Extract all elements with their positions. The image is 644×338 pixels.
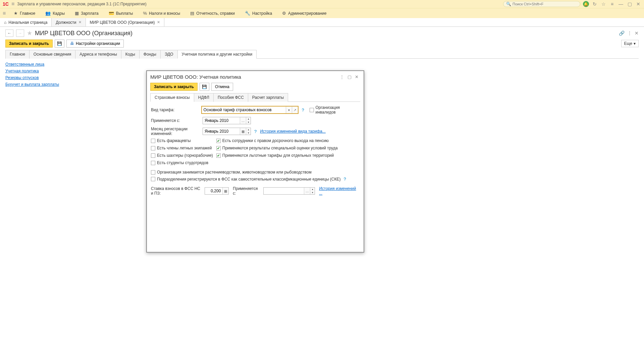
reg-month-input-group: ▦ ▴▾ [203,128,251,135]
close-icon[interactable]: ✕ [635,1,641,7]
save-and-close-button[interactable]: Записать и закрыть [5,40,53,48]
page-toolbar: Записать и закрыть 💾 🖶Настройки организа… [5,40,639,48]
page-subtabs: Главное Основные сведения Адреса и телеф… [5,50,639,59]
global-search[interactable]: 🔍 [503,1,580,7]
calculator-icon[interactable]: ▦ [222,188,228,194]
reg-month-input[interactable] [203,128,240,135]
favorite-icon[interactable]: ☆ [600,1,606,7]
open-icon[interactable]: ↗ [292,107,298,113]
tariff-select[interactable]: ▾ ↗ [201,106,299,114]
subtab-codes[interactable]: Коды [121,50,140,59]
tariff-input[interactable] [202,107,286,113]
close-tab-icon[interactable]: ✕ [157,20,160,24]
dialog-close-icon[interactable]: ✕ [353,74,360,80]
chk-miners[interactable] [151,153,155,158]
org-invalid-checkbox[interactable] [310,108,314,112]
applies-from-input-group: … ▴▾ [203,117,251,124]
help-icon[interactable]: ? [253,129,258,134]
tariff-label: Вид тарифа: [151,108,199,112]
forward-button[interactable]: → [16,29,24,37]
fss-history-link[interactable]: История изменений ... [319,186,360,196]
help-icon[interactable]: ? [342,177,347,182]
favorite-star-icon[interactable]: ★ [27,29,32,37]
dialog-kebab-icon[interactable]: ⋮ [338,74,346,80]
month-spinner[interactable]: ▴▾ [310,188,315,194]
main-menu-icon[interactable]: ≡ [11,1,14,7]
more-button[interactable]: Еще▾ [621,40,639,47]
chk-special[interactable]: ✔ [216,146,221,150]
dialog-title: МИР ЦВЕТОВ ООО: Учетная политика [150,74,338,80]
tab-organization[interactable]: МИР ЦВЕТОВ ООО (Организация)✕ [86,18,164,26]
back-button[interactable]: ← [5,29,13,37]
dialog-tabs: Страховые взносы НДФЛ Пособия ФСС Расчет… [150,93,360,102]
link-vacation-reserves[interactable]: Резервы отпусков [5,75,39,80]
save-button[interactable]: 💾 [55,40,64,48]
fss-rate-input[interactable] [205,188,222,194]
chk-pension[interactable]: ✔ [216,139,221,143]
tariff-history-link[interactable]: История изменений вида тарифа... [260,129,326,134]
chk-territory[interactable]: ✔ [216,153,221,158]
link-accounting-policy[interactable]: Учетная политика [5,69,39,73]
nav-admin[interactable]: ⚙Администрирование [280,9,328,17]
dropdown-icon[interactable]: ▾ [286,107,292,113]
maximize-icon[interactable]: ▢ [627,1,633,7]
history-icon[interactable]: ↻ [592,1,598,7]
calendar-icon[interactable]: ▦ [240,128,246,135]
close-page-icon[interactable]: ✕ [635,30,639,36]
search-input[interactable] [513,2,577,6]
dialog-maximize-icon[interactable]: ▢ [346,74,353,80]
link-accounting-payment[interactable]: Бухучет и выплата зарплаты [5,82,59,87]
fss-rate-label: Ставка взносов в ФСС НС и ПЗ: [151,186,203,196]
nav-reports[interactable]: ▤Отчетность, справки [188,9,237,17]
month-spinner[interactable]: ▴▾ [246,128,251,135]
month-spinner[interactable]: ▴▾ [246,117,251,124]
kebab-icon[interactable]: ⋮ [627,30,632,36]
applies-from-input[interactable] [203,117,240,124]
subtab-general[interactable]: Основные сведения [29,50,75,59]
org-invalid-label: Организация инвалидов [316,105,360,115]
dialog-cancel-button[interactable]: Отмена [211,83,233,91]
link-responsible[interactable]: Ответственные лица [5,62,44,67]
nav-payments[interactable]: 💳Выплаты [107,9,135,17]
subtab-main[interactable]: Главное [5,50,30,59]
dtab-fss[interactable]: Пособия ФСС [213,93,248,102]
people-icon: 👥 [45,11,51,16]
chk-flight[interactable] [151,146,155,150]
notifications-icon[interactable]: 🔔 [583,1,589,7]
settings-icon[interactable]: ≡ [609,1,615,7]
fss-applies-input[interactable] [264,188,304,194]
nav-salary[interactable]: ▦Зарплата [73,9,101,17]
main-nav: ≡ ★Главное 👥Кадры ▦Зарплата 💳Выплаты %На… [0,8,644,18]
subtab-funds[interactable]: Фонды [139,50,161,59]
minimize-icon[interactable]: — [618,1,624,7]
dialog-save-close-button[interactable]: Записать и закрыть [150,83,198,91]
dtab-ndfl[interactable]: НДФЛ [194,93,214,102]
subtab-addresses[interactable]: Адреса и телефоны [75,50,121,59]
star-icon: ★ [14,11,18,16]
ellipsis-icon[interactable]: … [304,188,310,194]
subtab-edo[interactable]: ЭДО [160,50,178,59]
dialog-save-button[interactable]: 💾 [200,83,209,91]
help-icon[interactable]: ? [301,108,306,113]
fss-applies-label: Применяется с: [233,186,261,196]
dialog-body: Вид тарифа: ▾ ↗ ? Организация инвалидов … [147,102,364,252]
link-icon[interactable]: 🔗 [619,30,625,36]
chk-agri[interactable] [151,170,155,175]
nav-toggle-icon[interactable]: ≡ [3,10,6,16]
ellipsis-icon[interactable]: … [240,117,246,124]
close-tab-icon[interactable]: ✕ [78,20,82,24]
dtab-salary-calc[interactable]: Расчет зарплаты [248,93,288,102]
chk-pharm[interactable] [151,139,155,143]
nav-personnel[interactable]: 👥Кадры [43,9,67,17]
chk-students[interactable] [151,161,155,165]
dtab-insurance[interactable]: Страховые взносы [150,93,194,102]
tab-home[interactable]: ⌂Начальная страница [0,18,52,26]
nav-settings[interactable]: 🔧Настройка [243,9,274,17]
org-settings-button[interactable]: 🖶Настройки организации [66,40,124,48]
chk-fss-units[interactable] [151,177,155,181]
tab-positions[interactable]: Должности✕ [52,18,86,26]
nav-main[interactable]: ★Главное [12,9,37,17]
fss-applies-input-group: … ▴▾ [263,187,315,195]
nav-taxes[interactable]: %Налоги и взносы [141,9,182,17]
subtab-accounting-policy[interactable]: Учетная политика и другие настройки [177,50,257,59]
